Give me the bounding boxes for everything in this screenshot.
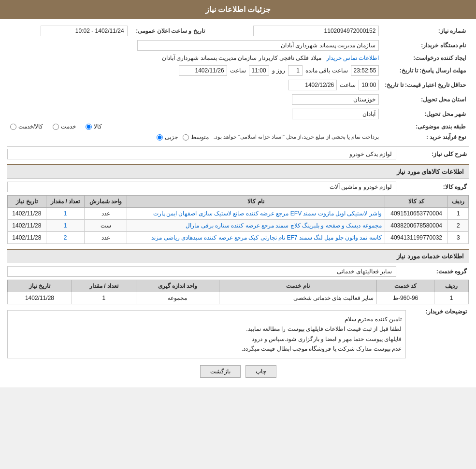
namDastgah-label: نام دستگاه خریدار: (382, 38, 469, 53)
date-box: 1402/11/26 (179, 65, 227, 76)
kala-cell-radif: 3 (448, 232, 469, 244)
tarikhElan-box: 1402/11/24 - 10:02 (41, 26, 128, 36)
saat-label: ساعت (230, 67, 246, 74)
kh-cell-radif: 1 (434, 292, 469, 304)
kh-cell-kod: 960-96-ط (377, 292, 434, 304)
kh-th-nam: نام خدمت (219, 280, 376, 292)
hadaghalTarikh-label: حداقل تاریخ اعتبار قیمت: تا تاریخ: (382, 78, 469, 92)
kh-th-tarikh: تاریخ نیاز (8, 280, 72, 292)
description-box: تامین کننده محترم سلام لطفا قبل از ثبت ق… (7, 310, 406, 358)
radio-khadamat[interactable]: خدمت (53, 123, 76, 130)
tarikhErsalPasokh-row: 23:52:55 ساعت باقی مانده 1 روز و 11:00 س… (7, 63, 382, 78)
kala-cell-nam: واشر لاستیکی اویل مازوت سمند EFV مرجع عر… (127, 208, 385, 220)
mande-label: ساعت باقی مانده (305, 67, 348, 74)
shahrMahal-label: شهر محل تحویل: (382, 107, 469, 121)
tabaghe-label: طبقه بندی موضوعی: (382, 121, 469, 132)
sharhKoli-row: شرح کلی نیاز: لوازم یدکی خودرو (7, 149, 469, 159)
shomareNiaz-value: 1102094972000152 (208, 24, 382, 38)
tarikhElan-value: 1402/11/24 - 10:02 (7, 24, 130, 38)
shomareNiaz-label: شماره نیاز: (382, 24, 469, 38)
desc-line4: عدم پیوست مدارک شرکت یا فروشگاه موجب ابط… (12, 344, 402, 354)
desc-line1: تامین کننده محترم سلام (12, 314, 402, 324)
ostanMahal-box: خوزستان (292, 94, 379, 105)
kh-th-vahed: واحد اندازه گیری (136, 280, 219, 292)
kala-th-radif: ردیف (448, 196, 469, 208)
kala-cell-nam: کاسه نمد واتون جلو میل لنگ سمند EF7 نام … (127, 232, 385, 244)
desc-line2: لطفا قبل از ثبت قیمت اطلاعات فایلهای پیو… (12, 324, 402, 334)
radio-kala-input[interactable] (86, 124, 92, 130)
hadaghal-saat-label: ساعت (340, 82, 356, 88)
kala-th-tarikh: تاریخ نیاز (8, 196, 46, 208)
kh-th-kod: کد خدمت (377, 280, 434, 292)
kala-cell-vahed: ست (85, 220, 127, 232)
kala-section-header: اطلاعات کالاهای مورد نیاز (7, 164, 469, 179)
shomareNiaz-box: 1102094972000152 (253, 26, 379, 36)
grouhKala-label: گروه کالا: (396, 184, 469, 190)
radio-kalaKhadamat-input[interactable] (10, 124, 16, 130)
radio-motavaset[interactable]: متوسط (183, 134, 209, 141)
namDastgah-value: سازمان مدیریت پسماند شهرداری آبادان (7, 38, 382, 53)
sharhKoli-value: لوازم یدکی خودرو (7, 149, 396, 159)
radio-jazei[interactable]: جزیی (157, 134, 178, 141)
radio-khadamat-input[interactable] (53, 124, 59, 130)
noeFarayand-note: پرداخت تمام یا بخشی از مبلغ خرید،از محل … (214, 134, 379, 140)
kala-row: 1 4091510653770004 واشر لاستیکی اویل ماز… (8, 208, 469, 220)
kala-cell-vahed: عدد (85, 208, 127, 220)
kala-th-nam: نام کالا (127, 196, 385, 208)
hadaghal-saat-box: 10:00 (359, 80, 379, 90)
mande-box: 23:52:55 (351, 65, 379, 76)
tabaghe-value: کالا/خدمت خدمت کالا (7, 121, 382, 132)
kala-th-tedad: تعداد / مقدار (46, 196, 85, 208)
kala-cell-kod: 4038200678580004 (385, 220, 448, 232)
ostanMahal-value: خوزستان (7, 92, 382, 107)
hadaghal-date-box: 1402/12/26 (288, 80, 337, 90)
noeFarayand-value: پرداخت تمام یا بخشی از مبلغ خرید،از محل … (7, 132, 382, 142)
kala-th-kod: کد کالا (385, 196, 448, 208)
tarikhErsalPasokh-label: مهلت ارسال پاسخ: تا تاریخ: (382, 63, 469, 78)
kala-th-vahed: واحد شمارش (85, 196, 127, 208)
info-table: شماره نیاز: 1102094972000152 تاریخ و ساع… (7, 24, 469, 142)
tarikhElan-label: تاریخ و ساعت اعلان عمومی: (130, 24, 208, 38)
print-button[interactable]: چاپ (245, 365, 276, 378)
kala-cell-tedad: 1 (46, 220, 85, 232)
noeFarayand-label: نوع فرآیند خرید : (382, 132, 469, 142)
grouhKala-value: لوازم خودرو و ماشین آلات (7, 182, 396, 192)
page-title: جزئیات اطلاعات نیاز (205, 5, 271, 14)
khadamat-section-header: اطلاعات خدمات مورد نیاز (7, 249, 469, 263)
kala-cell-vahed: عدد (85, 232, 127, 244)
namDastgah-box: سازمان مدیریت پسماند شهرداری آبادان (137, 40, 379, 51)
kh-cell-vahed: مجموعه (136, 292, 219, 304)
kala-cell-nam: مجموعه دیسک و صفحه و بلبرینگ کلاچ سمند م… (127, 220, 385, 232)
grouhKala-row: گروه کالا: لوازم خودرو و ماشین آلات (7, 182, 469, 192)
buttons-row: بازگشت چاپ (7, 365, 469, 378)
ejadKonande-link[interactable]: اطلاعات تماس خریدار (326, 55, 379, 61)
kh-cell-tedad: 1 (72, 292, 136, 304)
radio-kala[interactable]: کالا (86, 123, 102, 130)
kala-row: 2 4038200678580004 مجموعه دیسک و صفحه و … (8, 220, 469, 232)
back-button[interactable]: بازگشت (200, 365, 241, 378)
sharhKoli-label: شرح کلی نیاز: (396, 151, 469, 157)
description-label: توضیحات خریدار: (406, 308, 469, 315)
radio-jazei-input[interactable] (157, 134, 163, 141)
hadaghalTarikh-row: 10:00 ساعت 1402/12/26 (7, 78, 382, 92)
kala-cell-tedad: 2 (46, 232, 85, 244)
grouhKhadamat-row: گروه خدمت: سایر فعالیتهای خدماتی (7, 266, 469, 277)
kala-cell-tarikh: 1402/11/28 (8, 232, 46, 244)
kh-cell-tarikh: 1402/11/28 (8, 292, 72, 304)
kala-cell-tarikh: 1402/11/28 (8, 208, 46, 220)
ejadKonande-text: میلاد فلکی نافچی کاربردار سازمان مدیریت … (162, 55, 321, 61)
shahrMahal-value: آبادان (7, 107, 382, 121)
desc-line3: فایلهای پیوست حتما مهر و امضا و بارگزاری… (12, 334, 402, 344)
grouhKhadamat-value: سایر فعالیتهای خدماتی (7, 266, 396, 277)
shahrMahal-box: آبادان (292, 109, 379, 119)
kala-cell-tedad: 1 (46, 208, 85, 220)
radio-motavaset-input[interactable] (183, 134, 189, 141)
kh-cell-nam: سایر فعالیت های خدماتی شخصی (219, 292, 376, 304)
radio-kalaKhadamat[interactable]: کالا/خدمت (10, 123, 43, 130)
rooz-box: 1 (288, 65, 303, 76)
khadamat-row: 1 960-96-ط سایر فعالیت های خدماتی شخصی م… (8, 292, 469, 304)
ejadKonande-label: ایجاد کننده درخواست: (382, 53, 469, 63)
kala-row: 3 4094131199770032 کاسه نمد واتون جلو می… (8, 232, 469, 244)
kala-table: ردیف کد کالا نام کالا واحد شمارش تعداد /… (7, 195, 469, 244)
kala-cell-radif: 2 (448, 220, 469, 232)
